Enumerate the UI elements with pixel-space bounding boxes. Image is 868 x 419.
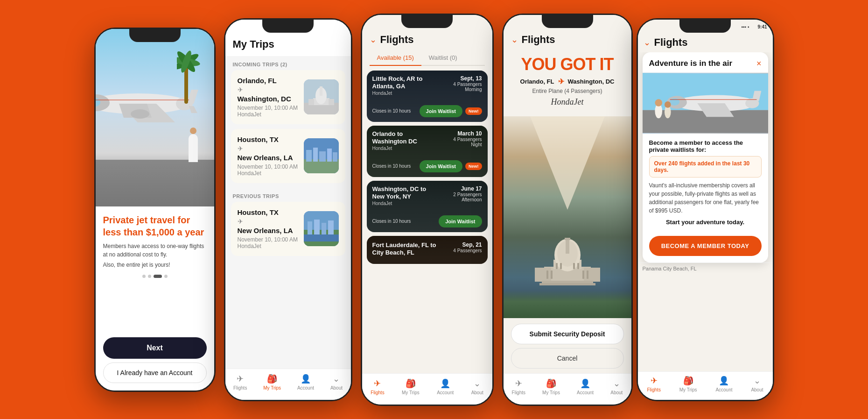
svg-rect-44 [539,283,595,285]
nola-thumb [304,211,339,246]
svg-rect-49 [556,263,558,269]
phone-notch-2 [262,20,314,33]
nav-flights-3[interactable]: ✈ Flights [371,378,384,395]
tab-available[interactable]: Available (15) [370,50,421,66]
fc-type-2: HondaJet [372,146,417,151]
svg-rect-20 [329,99,334,105]
yougot-bg-image [504,116,631,318]
modal-close-button[interactable]: × [756,59,762,69]
svg-rect-34 [328,220,334,234]
flight-card-1[interactable]: Little Rock, AR toAtlanta, GA HondaJet S… [367,71,488,122]
dot-4 [164,275,168,278]
trip-card-1[interactable]: Orlando, FL ✈ Washington, DC November 10… [231,70,345,124]
fc-date-2: March 10 [453,130,482,137]
mytrips-icon-3: 🎒 [406,378,416,389]
nav-account-5[interactable]: 👤 Account [715,376,732,392]
fc-type-1: HondaJet [372,91,423,96]
nav-about-label-4: About [610,390,623,395]
flights-icon-3: ✈ [374,378,381,389]
about-icon-3: ⌄ [474,378,481,389]
new-badge-2: New! [465,163,482,170]
svg-rect-41 [535,268,551,282]
svg-rect-31 [308,221,312,234]
fc-route-info-4: Fort Lauderdale, FL toCity Beach, FL [372,241,436,257]
join-waitlist-btn-3[interactable]: Join Waitlist [439,215,482,227]
trip-date-2: November 10, 10:00 AM [238,163,298,170]
svg-rect-23 [306,150,312,162]
nav-mytrips-label-5: My Trips [679,387,697,392]
trip-image-2 [304,138,339,173]
fc-top-3: Washington, DC toNew York, NY HondaJet J… [372,185,482,206]
join-waitlist-btn-1[interactable]: Join Waitlist [420,105,462,117]
nav-flights-5[interactable]: ✈ Flights [647,376,660,392]
join-waitlist-btn-2[interactable]: Join Waitlist [420,160,462,172]
next-button[interactable]: Next [103,337,207,359]
nav-about-2[interactable]: ⌄ About [330,374,343,391]
svg-rect-24 [313,148,318,162]
my-trips-title: My Trips [233,38,343,50]
flight-card-3[interactable]: Washington, DC toNew York, NY HondaJet J… [367,181,488,232]
nav-mytrips-2[interactable]: 🎒 My Trips [263,374,281,391]
fc-route-info-1: Little Rock, AR toAtlanta, GA HondaJet [372,75,423,96]
tab-waitlist[interactable]: Waitlist (0) [421,50,465,65]
nav-mytrips-4[interactable]: 🎒 My Trips [542,378,560,395]
svg-rect-32 [314,220,320,234]
svg-rect-26 [327,149,332,162]
nav-flights-4[interactable]: ✈ Flights [512,378,525,395]
adv-logo-icon: ⌄ [644,37,651,48]
nav-flights-label-2: Flights [233,385,247,391]
yougot-triangle [530,116,605,210]
svg-rect-40 [565,238,570,240]
modal-title: Adventure is in the air [649,59,733,68]
flight-content-3: Washington, DC toNew York, NY HondaJet J… [367,181,488,232]
account-icon-5: 👤 [719,376,729,386]
nav-account-2[interactable]: 👤 Account [297,374,314,391]
trip-from-prev-1: Houston, TX [238,208,298,216]
cancel-button[interactable]: Cancel [511,348,624,369]
modal-body: Become a member to access the private wa… [643,134,768,236]
palm-leaves [177,48,214,76]
svg-rect-25 [319,151,326,162]
nav-bar-4: ✈ Flights 🎒 My Trips 👤 Account ⌄ About [504,373,631,405]
capitol-building [530,234,605,290]
fc-route-info-3: Washington, DC toNew York, NY HondaJet [372,185,427,206]
phone-notch-4 [542,15,593,28]
svg-rect-30 [304,234,339,241]
nav-flights-2[interactable]: ✈ Flights [233,374,247,391]
trip-to-2: New Orleans, LA [238,154,298,162]
modal-plane-scene [643,73,768,134]
fc-bottom-2: Closes in 10 hours Join Waitlist New! [372,160,482,172]
nav-about-3[interactable]: ⌄ About [471,378,483,395]
nav-mytrips-5[interactable]: 🎒 My Trips [679,376,697,392]
trip-card-prev-1[interactable]: Houston, TX ✈ New Orleans, LA November 1… [231,202,345,256]
incoming-trips-label: INCOMING TRIPS (2) [225,56,351,70]
flight-card-4[interactable]: Fort Lauderdale, FL toCity Beach, FL Sep… [367,236,488,264]
nav-mytrips-3[interactable]: 🎒 My Trips [402,378,420,395]
trip-image-1 [304,79,339,114]
fc-top-4: Fort Lauderdale, FL toCity Beach, FL Sep… [372,241,482,257]
nav-account-3[interactable]: 👤 Account [437,378,454,395]
flights-title: Flights [380,34,414,46]
nav-account-label-5: Account [715,387,732,392]
become-member-button[interactable]: BECOME A MEMBER TODAY [649,236,762,256]
hero-image [96,29,214,206]
about-icon-4: ⌄ [613,378,620,389]
nav-about-5[interactable]: ⌄ About [751,376,763,392]
svg-rect-45 [546,270,548,279]
onboarding-subtitle2: Also, the entire jet is yours! [103,262,207,268]
yougot-from: Orlando, FL [520,78,554,85]
yougot-to: Washington, DC [568,78,615,85]
flight-card-2[interactable]: Orlando toWashington DC HondaJet March 1… [367,126,488,177]
submit-security-button[interactable]: Submit Security Deposit [511,324,624,344]
fc-passengers-2: 4 Passengers [453,137,482,142]
trip-card-2[interactable]: Houston, TX ✈ New Orleans, LA November 1… [231,129,345,183]
nav-about-4[interactable]: ⌄ About [610,378,623,395]
trip-type-prev-1: HondaJet [238,243,298,249]
already-have-account-button[interactable]: I Already have an Account [103,362,207,383]
flight-content-1: Little Rock, AR toAtlanta, GA HondaJet S… [367,71,488,122]
trip-from-1: Orlando, FL [238,77,298,85]
fc-route-info-2: Orlando toWashington DC HondaJet [372,130,417,151]
phone-my-trips: My Trips INCOMING TRIPS (2) Orlando, FL … [224,18,352,401]
nav-mytrips-label-2: My Trips [263,385,281,391]
nav-account-4[interactable]: 👤 Account [577,378,594,395]
